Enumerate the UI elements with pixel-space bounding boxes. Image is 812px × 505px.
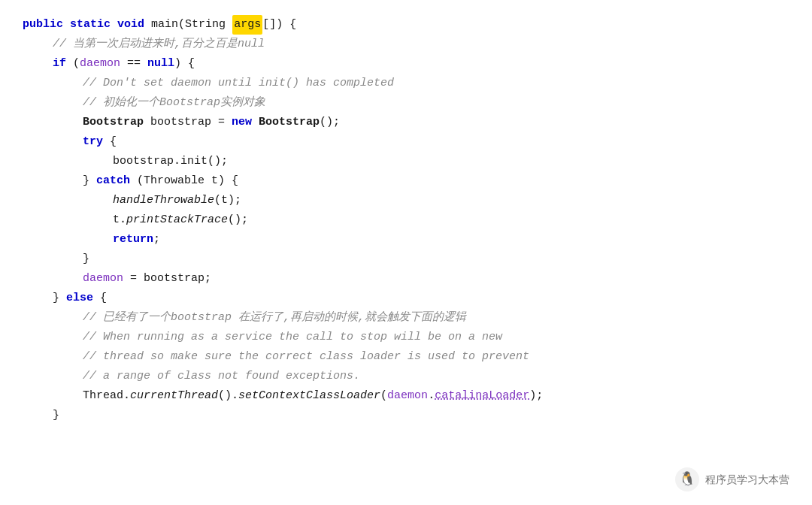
code-line: daemon = bootstrap; xyxy=(23,269,797,289)
watermark-text: 程序员学习大本营 xyxy=(705,471,789,488)
code-line: public static void main(String args[]) { xyxy=(23,15,797,35)
watermark-icon: 🐧 xyxy=(675,467,699,491)
code-line: t.printStackTrace(); xyxy=(23,210,797,230)
code-line: // thread so make sure the correct class… xyxy=(23,347,797,367)
code-line: } catch (Throwable t) { xyxy=(23,171,797,191)
watermark: 🐧 程序员学习大本营 xyxy=(675,467,789,491)
code-line: Bootstrap bootstrap = new Bootstrap(); xyxy=(23,113,797,132)
code-line: Thread.currentThread().setContextClassLo… xyxy=(23,386,797,406)
code-line: return; xyxy=(23,230,797,249)
code-line: } xyxy=(23,249,797,269)
code-line: bootstrap.init(); xyxy=(23,152,797,171)
code-line: // a range of class not found exceptions… xyxy=(23,367,797,386)
code-container: public static void main(String args[]) {… xyxy=(0,0,812,505)
code-line: // 已经有了一个bootstrap 在运行了,再启动的时候,就会触发下面的逻辑 xyxy=(23,308,797,328)
code-line: try { xyxy=(23,132,797,152)
code-line: } xyxy=(23,406,797,425)
code-line: handleThrowable(t); xyxy=(23,191,797,210)
code-line: // Don't set daemon until init() has com… xyxy=(23,74,797,93)
code-line: // 初始化一个Bootstrap实例对象 xyxy=(23,93,797,113)
code-line: } else { xyxy=(23,289,797,308)
code-line: if (daemon == null) { xyxy=(23,54,797,74)
code-line: // 当第一次启动进来时,百分之百是null xyxy=(23,35,797,54)
code-block: public static void main(String args[]) {… xyxy=(0,15,812,425)
code-line: // When running as a service the call to… xyxy=(23,328,797,347)
